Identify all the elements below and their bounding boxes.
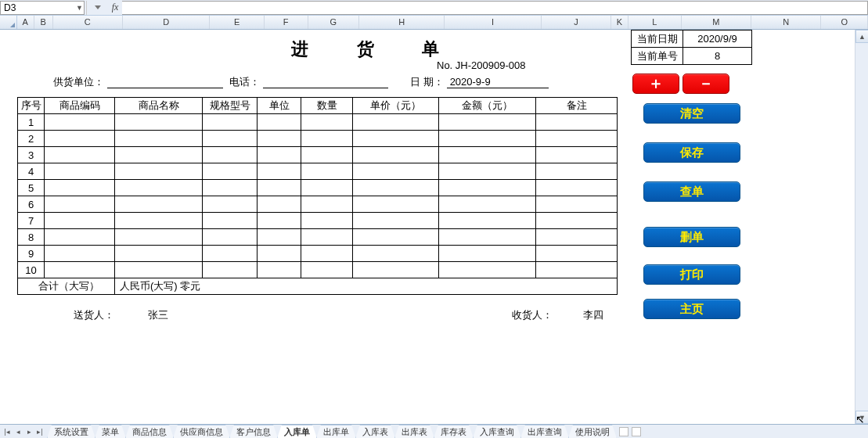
table-row[interactable]: 2 xyxy=(18,131,618,147)
cell[interactable] xyxy=(439,163,536,180)
cell[interactable] xyxy=(536,213,618,229)
tab-extra-icon-1[interactable] xyxy=(619,427,628,436)
tab-nav-last-icon[interactable]: ▸| xyxy=(34,426,45,437)
cell[interactable] xyxy=(45,131,115,147)
home-button[interactable]: 主页 xyxy=(643,299,740,319)
table-row[interactable]: 4 xyxy=(18,163,618,180)
col-header-j[interactable]: J xyxy=(542,16,611,29)
cell[interactable] xyxy=(353,114,439,131)
cell[interactable] xyxy=(353,213,439,229)
cell[interactable] xyxy=(45,180,115,196)
sheet-tab[interactable]: 使用说明 xyxy=(568,425,616,439)
vertical-scrollbar[interactable]: ▲ ▼ xyxy=(855,30,868,424)
col-header-d[interactable]: D xyxy=(123,16,210,29)
cell[interactable] xyxy=(45,147,115,163)
cell[interactable] xyxy=(439,147,536,163)
cell[interactable] xyxy=(301,196,353,213)
delete-button[interactable]: 删单 xyxy=(643,227,740,247)
plus-button[interactable]: ＋ xyxy=(632,74,679,94)
cell[interactable] xyxy=(258,131,301,147)
table-row[interactable]: 9 xyxy=(18,246,618,262)
cell[interactable] xyxy=(353,229,439,246)
cell[interactable] xyxy=(203,180,258,196)
cell[interactable] xyxy=(353,147,439,163)
col-header-k[interactable]: K xyxy=(611,16,628,29)
sheet-tab[interactable]: 系统设置 xyxy=(47,425,95,439)
cell[interactable] xyxy=(439,246,536,262)
cell[interactable] xyxy=(115,114,203,131)
cell[interactable] xyxy=(439,114,536,131)
cell[interactable] xyxy=(115,131,203,147)
cell[interactable] xyxy=(439,229,536,246)
cell[interactable] xyxy=(536,262,618,278)
cell[interactable] xyxy=(439,196,536,213)
table-row[interactable]: 6 xyxy=(18,196,618,213)
cell[interactable] xyxy=(301,163,353,180)
cell[interactable] xyxy=(301,213,353,229)
cell[interactable] xyxy=(203,213,258,229)
print-button[interactable]: 打印 xyxy=(643,264,740,285)
tab-nav-prev-icon[interactable]: ◂ xyxy=(13,426,23,437)
cell[interactable] xyxy=(203,131,258,147)
sheet-tab[interactable]: 入库查询 xyxy=(473,425,521,439)
clear-button[interactable]: 清空 xyxy=(643,103,740,124)
sheet-tab[interactable]: 商品信息 xyxy=(125,425,174,439)
fx-icon[interactable]: fx xyxy=(108,2,122,13)
col-header-a[interactable]: A xyxy=(17,16,34,29)
cell[interactable] xyxy=(115,147,203,163)
cell[interactable] xyxy=(258,114,301,131)
cell[interactable] xyxy=(115,262,203,278)
col-header-m[interactable]: M xyxy=(682,16,751,29)
table-row[interactable]: 10 xyxy=(18,262,618,278)
cell[interactable] xyxy=(258,180,301,196)
sheet-tab[interactable]: 出库查询 xyxy=(520,425,569,439)
sheet-tab[interactable]: 客户信息 xyxy=(229,425,278,439)
sheet-tab[interactable]: 菜单 xyxy=(95,425,126,439)
cell[interactable] xyxy=(301,131,353,147)
sheet-tab[interactable]: 供应商信息 xyxy=(173,425,230,439)
tab-extra-icon-2[interactable] xyxy=(632,427,641,436)
cell[interactable] xyxy=(203,114,258,131)
cell[interactable] xyxy=(301,262,353,278)
table-row[interactable]: 3 xyxy=(18,147,618,163)
cell[interactable] xyxy=(115,246,203,262)
cell[interactable] xyxy=(45,196,115,213)
cell[interactable] xyxy=(353,196,439,213)
formula-expand[interactable] xyxy=(86,1,108,15)
cell[interactable] xyxy=(258,229,301,246)
col-header-o[interactable]: O xyxy=(821,16,868,29)
cell[interactable] xyxy=(258,262,301,278)
cell[interactable] xyxy=(203,229,258,246)
find-button[interactable]: 查单 xyxy=(643,181,740,202)
cell[interactable] xyxy=(439,180,536,196)
col-header-e[interactable]: E xyxy=(210,16,265,29)
cell[interactable] xyxy=(258,196,301,213)
cell[interactable] xyxy=(203,163,258,180)
cell[interactable] xyxy=(115,213,203,229)
cell[interactable] xyxy=(353,180,439,196)
select-all-corner[interactable] xyxy=(0,16,17,29)
minus-button[interactable]: － xyxy=(683,74,729,94)
cell[interactable] xyxy=(45,262,115,278)
cell[interactable] xyxy=(353,246,439,262)
cell[interactable] xyxy=(115,196,203,213)
cell[interactable] xyxy=(439,262,536,278)
table-row[interactable]: 1 xyxy=(18,114,618,131)
cell[interactable] xyxy=(353,163,439,180)
cell[interactable] xyxy=(203,262,258,278)
col-header-b[interactable]: B xyxy=(34,16,53,29)
cell[interactable] xyxy=(115,229,203,246)
cell[interactable] xyxy=(536,147,618,163)
col-header-f[interactable]: F xyxy=(265,16,308,29)
sheet-tab[interactable]: 入库表 xyxy=(355,425,395,439)
cell[interactable] xyxy=(45,163,115,180)
table-row[interactable]: 7 xyxy=(18,213,618,229)
scroll-up-icon[interactable]: ▲ xyxy=(855,30,868,43)
cell[interactable] xyxy=(301,114,353,131)
save-button[interactable]: 保存 xyxy=(643,142,740,163)
cell[interactable] xyxy=(536,180,618,196)
cell[interactable] xyxy=(203,147,258,163)
cell[interactable] xyxy=(536,131,618,147)
cell[interactable] xyxy=(45,229,115,246)
cell[interactable] xyxy=(115,163,203,180)
